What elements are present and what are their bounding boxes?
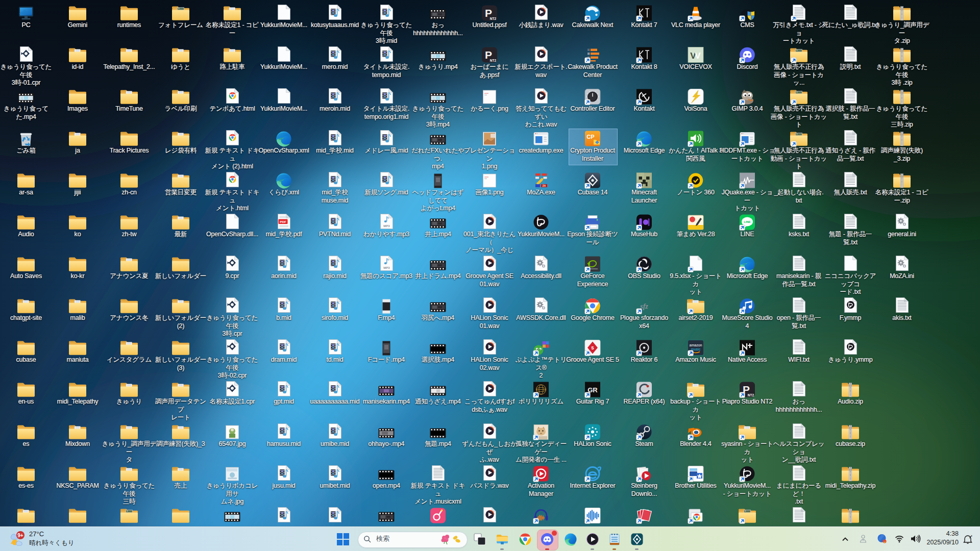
svg-text:z: z bbox=[971, 534, 972, 537]
svg-text:9+: 9+ bbox=[17, 533, 23, 538]
